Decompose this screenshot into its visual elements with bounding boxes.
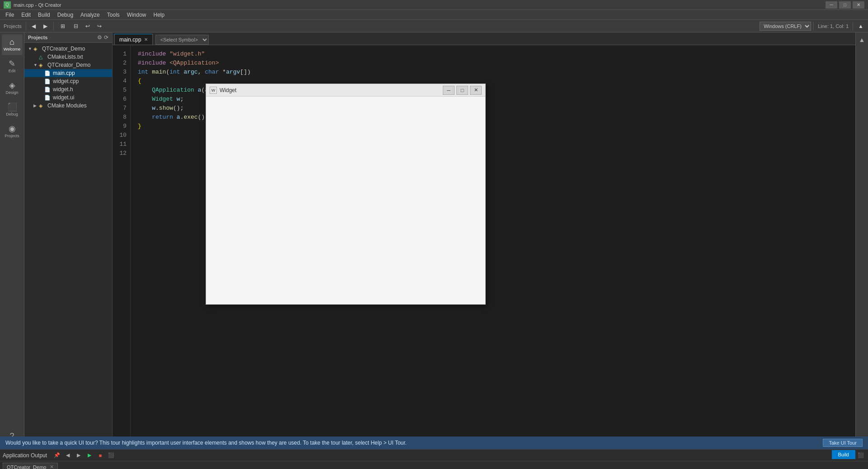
menu-help[interactable]: Help — [150, 10, 169, 20]
toolbar-btn-4[interactable]: ↪ — [94, 21, 105, 31]
menu-file[interactable]: File — [2, 10, 18, 20]
panel-header: Projects ⚙ ⟳ — [24, 33, 112, 43]
toolbar-sep-3 — [813, 22, 814, 30]
bottom-panels: Application Output 📌 ◀ ▶ ▶ ■ ⬛ ▲ ⬛ QTCre… — [0, 449, 868, 469]
toolbar-sep-4 — [853, 22, 853, 30]
menu-window[interactable]: Window — [123, 10, 150, 20]
tree-label-subfolder: QTCreator_Demo — [47, 62, 90, 68]
close-button[interactable]: ✕ — [853, 1, 864, 9]
minimize-button[interactable]: ─ — [826, 1, 837, 9]
symbol-selector[interactable]: <Select Symbol> — [155, 35, 209, 45]
widget-body — [206, 97, 485, 304]
bottom-btn-stop[interactable]: ■ — [96, 451, 105, 460]
title-bar: Q main.cpp - Qt Creator ─ □ ✕ — [0, 0, 868, 10]
tree-item-widgeth[interactable]: 📄 widget.h — [24, 85, 112, 93]
tree-item-widgetui[interactable]: 📄 widget.ui — [24, 93, 112, 102]
code-line-1: #include "widget.h" — [138, 50, 848, 59]
toolbar-btn-1[interactable]: ⊞ — [56, 21, 70, 31]
bottom-btn-close[interactable]: ⬛ — [107, 451, 116, 460]
notification-bar: Would you like to take a quick UI tour? … — [0, 436, 868, 449]
file-tree: ▼ ◈ QTCreator_Demo △ CMakeLists.txt ▼ ◈ … — [24, 43, 112, 449]
sync-icon[interactable]: ⟳ — [104, 34, 108, 41]
maximize-button[interactable]: □ — [839, 1, 851, 9]
build-config-dropdown[interactable]: Windows (CRLF) — [760, 22, 811, 31]
tree-item-cmake-modules[interactable]: ▶ ◈ CMake Modules — [24, 102, 112, 110]
sidebar-label-welcome: Welcome — [4, 47, 20, 51]
arrow-cmake-modules: ▶ — [33, 103, 39, 108]
tree-label-cmake-modules: CMake Modules — [47, 102, 87, 109]
tab-close-maincpp[interactable]: ✕ — [144, 37, 148, 42]
widget-minimize-btn[interactable]: ─ — [443, 86, 455, 95]
qtcreator-tab-label-text: QTCreator_Demo — [7, 464, 46, 469]
toolbar-sep-1 — [26, 22, 26, 30]
toolbar-nav-forward[interactable]: ▶ — [40, 21, 51, 31]
sidebar-item-welcome[interactable]: ⌂ Welcome — [2, 34, 23, 55]
tree-item-subfolder[interactable]: ▼ ◈ QTCreator_Demo — [24, 61, 112, 69]
bottom-btn-back[interactable]: ◀ — [63, 451, 72, 460]
qtcreator-tab[interactable]: QTCreator_Demo ✕ — [3, 463, 58, 469]
menu-build[interactable]: Build — [34, 10, 54, 20]
debug-icon: ⬛ — [7, 103, 17, 111]
tab-maincpp[interactable]: main.cpp ✕ — [114, 34, 153, 45]
tree-item-root[interactable]: ▼ ◈ QTCreator_Demo — [24, 45, 112, 53]
menu-debug[interactable]: Debug — [54, 10, 77, 20]
build-button[interactable]: Build — [832, 450, 855, 459]
arrow-root: ▼ — [28, 46, 33, 51]
bottom-btn-expand[interactable]: ⬛ — [856, 451, 865, 460]
sidebar-label-edit: Edit — [9, 69, 16, 73]
design-icon: ◈ — [9, 81, 15, 89]
toolbar-btn-2[interactable]: ⊟ — [70, 21, 81, 31]
tree-item-cmake[interactable]: △ CMakeLists.txt — [24, 53, 112, 61]
sidebar-item-design[interactable]: ◈ Design — [2, 78, 23, 98]
code-line-5: int main(int argc, char *argv[]) — [138, 68, 848, 77]
projects-label: Projects — [2, 23, 23, 29]
sidebar-item-debug[interactable]: ⬛ Debug — [2, 99, 23, 120]
tree-label-widgetcpp: widget.cpp — [53, 78, 79, 84]
filter-icon[interactable]: ⚙ — [97, 34, 102, 41]
menu-tools[interactable]: Tools — [103, 10, 123, 20]
toolbar-nav-back[interactable]: ◀ — [28, 21, 39, 31]
panel-title: Projects — [28, 35, 47, 40]
sidebar-item-edit[interactable]: ✎ Edit — [2, 56, 23, 77]
take-ui-tour-button[interactable]: Take UI Tour — [823, 439, 863, 447]
tree-label-cmake: CMakeLists.txt — [47, 54, 83, 60]
projects-icon: ◉ — [9, 125, 16, 133]
tree-item-widgetcpp[interactable]: 📄 widget.cpp — [24, 77, 112, 85]
sidebar-label-projects: Projects — [5, 134, 19, 138]
window-title: main.cpp - Qt Creator — [14, 2, 61, 8]
sidebar-label-debug: Debug — [6, 112, 18, 116]
folder-icon-cmake-modules: ◈ — [39, 103, 46, 109]
notification-text: Would you like to take a quick UI tour? … — [5, 440, 407, 446]
bottom-btn-forward[interactable]: ▶ — [74, 451, 83, 460]
welcome-icon: ⌂ — [9, 38, 14, 46]
right-sidebar-scroll-up[interactable]: ▲ — [857, 34, 868, 45]
arrow-subfolder: ▼ — [33, 63, 39, 67]
right-sidebar: ▲ — [855, 33, 868, 449]
qtcreator-tab-bar: QTCreator_Demo ✕ — [0, 461, 868, 469]
menu-edit[interactable]: Edit — [18, 10, 34, 20]
app-icon: Q — [4, 1, 11, 9]
widget-title-label: Widget — [220, 87, 236, 93]
tab-bar: main.cpp ✕ <Select Symbol> — [113, 33, 855, 45]
toolbar-scroll-up[interactable]: ▲ — [855, 21, 866, 31]
bottom-btn-run[interactable]: ▶ — [85, 451, 94, 460]
left-sidebar: ⌂ Welcome ✎ Edit ◈ Design ⬛ Debug ◉ Proj… — [0, 33, 24, 449]
file-tree-panel: Projects ⚙ ⟳ ▼ ◈ QTCreator_Demo △ CMakeL… — [24, 33, 113, 449]
widget-close-btn[interactable]: ✕ — [470, 86, 482, 95]
bottom-btn-pin[interactable]: 📌 — [52, 451, 61, 460]
title-bar-controls: ─ □ ✕ — [826, 1, 864, 9]
tree-label-widgetui: widget.ui — [53, 94, 74, 101]
widget-maximize-btn[interactable]: □ — [456, 86, 468, 95]
tab-label-maincpp: main.cpp — [119, 37, 141, 43]
sidebar-label-design: Design — [5, 90, 18, 95]
line-numbers: 1 2 3 4 5 6 7 8 9 10 11 12 — [113, 45, 131, 449]
tree-item-maincpp[interactable]: 📄 main.cpp — [24, 69, 112, 77]
toolbar-btn-3[interactable]: ↩ — [82, 21, 93, 31]
app-output-label: Application Output — [3, 452, 47, 459]
widget-title-bar: W Widget ─ □ ✕ — [206, 84, 485, 97]
tree-label-maincpp: main.cpp — [53, 70, 75, 76]
menu-analyze[interactable]: Analyze — [77, 10, 103, 20]
widget-popup: W Widget ─ □ ✕ — [206, 84, 486, 305]
sidebar-item-projects[interactable]: ◉ Projects — [2, 121, 23, 142]
folder-icon-sub: ◈ — [39, 62, 46, 68]
